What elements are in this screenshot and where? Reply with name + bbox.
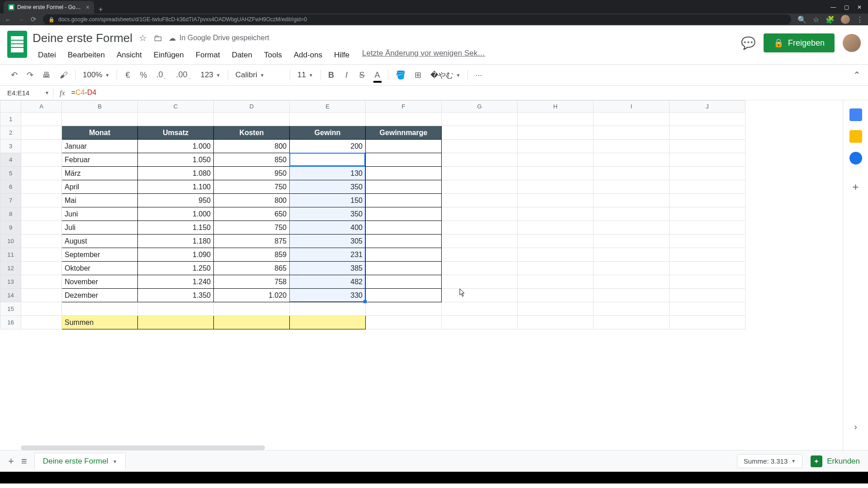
row-header-14[interactable]: 14 [0, 289, 21, 302]
cell-C4[interactable]: 1.050 [138, 153, 214, 167]
cell-E2[interactable]: Gewinn [290, 126, 366, 140]
cell-B4[interactable]: Februar [62, 153, 138, 167]
cell-A11[interactable] [21, 248, 62, 262]
cell-E3[interactable]: 200 [290, 140, 366, 153]
text-color-button[interactable]: A [371, 68, 384, 83]
cell-J10[interactable] [670, 235, 745, 248]
cell-C2[interactable]: Umsatz [138, 126, 214, 140]
cell-B5[interactable]: März [62, 167, 138, 180]
cell-B3[interactable]: Januar [62, 140, 138, 153]
col-header-A[interactable]: A [21, 101, 62, 113]
cell-E6[interactable]: 350 [290, 180, 366, 194]
cell-G14[interactable] [442, 289, 518, 302]
col-header-C[interactable]: C [138, 101, 214, 113]
row-header-7[interactable]: 7 [0, 194, 21, 207]
spreadsheet-grid[interactable]: ABCDEFGHIJ12MonatUmsatzKostenGewinnGewin… [0, 100, 843, 450]
more-toolbar-button[interactable]: ··· [472, 68, 486, 83]
formula-input[interactable]: =C4-D4 [71, 89, 864, 97]
cell-C13[interactable]: 1.240 [138, 275, 214, 289]
cell-F1[interactable] [366, 113, 442, 126]
col-header-G[interactable]: G [442, 101, 518, 113]
cell-F10[interactable] [366, 235, 442, 248]
cell-J9[interactable] [670, 221, 745, 235]
last-edit-link[interactable]: Letzte Änderung vor wenigen Sek… [362, 49, 485, 61]
cell-D9[interactable]: 750 [214, 221, 290, 235]
cell-A8[interactable] [21, 207, 62, 221]
profile-avatar-small[interactable] [841, 15, 850, 24]
row-header-6[interactable]: 6 [0, 180, 21, 194]
cell-A15[interactable] [21, 302, 62, 316]
paint-format-icon[interactable]: 🖌 [56, 68, 71, 83]
col-header-I[interactable]: I [594, 101, 670, 113]
move-icon[interactable]: 🗀 [153, 33, 162, 43]
cell-F4[interactable] [366, 153, 442, 167]
cell-I13[interactable] [594, 275, 670, 289]
cell-C14[interactable]: 1.350 [138, 289, 214, 302]
cell-I16[interactable] [594, 316, 670, 329]
menu-tools[interactable]: Tools [259, 49, 288, 61]
cell-I6[interactable] [594, 180, 670, 194]
cell-E14[interactable]: 330 [290, 289, 366, 302]
cell-A6[interactable] [21, 180, 62, 194]
menu-data[interactable]: Daten [226, 49, 258, 61]
cell-F8[interactable] [366, 207, 442, 221]
col-header-J[interactable]: J [670, 101, 745, 113]
cell-A7[interactable] [21, 194, 62, 207]
col-header-E[interactable]: E [290, 101, 366, 113]
cell-C5[interactable]: 1.080 [138, 167, 214, 180]
row-header-16[interactable]: 16 [0, 316, 21, 329]
cell-C9[interactable]: 1.150 [138, 221, 214, 235]
cell-F5[interactable] [366, 167, 442, 180]
cell-H15[interactable] [518, 302, 594, 316]
bookmark-icon[interactable]: ☆ [813, 15, 819, 24]
percent-button[interactable]: % [136, 68, 151, 83]
cell-G12[interactable] [442, 262, 518, 275]
horizontal-scrollbar[interactable] [21, 446, 265, 450]
cell-E10[interactable]: 305 [290, 235, 366, 248]
close-tab-icon[interactable]: × [86, 4, 90, 11]
number-format-select[interactable]: 123▼ [197, 69, 224, 81]
menu-file[interactable]: Datei [33, 49, 61, 61]
cell-H1[interactable] [518, 113, 594, 126]
collapse-toolbar-icon[interactable]: ⌃ [853, 70, 861, 80]
account-avatar[interactable] [843, 34, 861, 52]
menu-view[interactable]: Ansicht [111, 49, 147, 61]
row-header-3[interactable]: 3 [0, 140, 21, 153]
cell-I1[interactable] [594, 113, 670, 126]
cell-E15[interactable] [290, 302, 366, 316]
cell-J6[interactable] [670, 180, 745, 194]
row-header-11[interactable]: 11 [0, 248, 21, 262]
cell-H9[interactable] [518, 221, 594, 235]
cell-B8[interactable]: Juni [62, 207, 138, 221]
font-size-select[interactable]: 11▼ [294, 69, 317, 81]
cell-D5[interactable]: 950 [214, 167, 290, 180]
strike-button[interactable]: S [355, 68, 369, 83]
row-header-4[interactable]: 4 [0, 153, 21, 167]
chevron-down-icon[interactable]: ▼ [113, 459, 117, 464]
cell-C6[interactable]: 1.100 [138, 180, 214, 194]
cell-J8[interactable] [670, 207, 745, 221]
row-header-10[interactable]: 10 [0, 235, 21, 248]
cell-D2[interactable]: Kosten [214, 126, 290, 140]
cell-B14[interactable]: Dezember [62, 289, 138, 302]
cell-A3[interactable] [21, 140, 62, 153]
col-header-D[interactable]: D [214, 101, 290, 113]
cell-B12[interactable]: Oktober [62, 262, 138, 275]
select-all-corner[interactable] [0, 101, 21, 113]
fill-color-button[interactable]: 🪣 [392, 67, 409, 83]
cell-C3[interactable]: 1.000 [138, 140, 214, 153]
doc-title[interactable]: Deine erste Formel [33, 31, 132, 45]
cell-A13[interactable] [21, 275, 62, 289]
cell-F7[interactable] [366, 194, 442, 207]
cell-G10[interactable] [442, 235, 518, 248]
cell-C7[interactable]: 950 [138, 194, 214, 207]
cell-D4[interactable]: 850 [214, 153, 290, 167]
increase-decimal-button[interactable]: .00→ [172, 67, 195, 83]
cell-A12[interactable] [21, 262, 62, 275]
cell-D15[interactable] [214, 302, 290, 316]
currency-button[interactable]: € [121, 68, 134, 83]
print-icon[interactable]: 🖶 [39, 68, 54, 83]
zoom-icon[interactable]: 🔍 [797, 15, 807, 24]
col-header-F[interactable]: F [366, 101, 442, 113]
minimize-icon[interactable]: — [830, 4, 836, 10]
